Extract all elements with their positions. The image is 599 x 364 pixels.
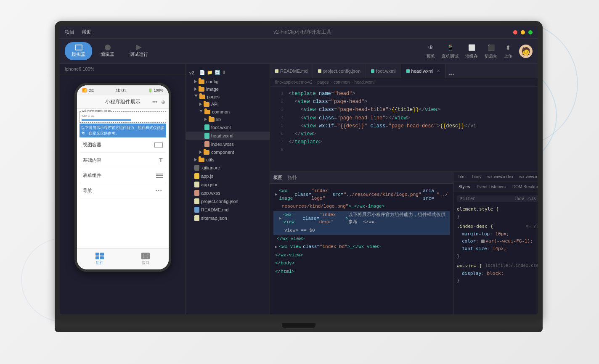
dom-line-8: </body> — [273, 259, 450, 268]
list-item-form[interactable]: 表单组件 — [80, 168, 166, 183]
css-el-html[interactable]: html — [457, 174, 468, 180]
file-item-api[interactable]: API — [186, 100, 270, 108]
editor-tab-head-wxml[interactable]: head.wxml ✕ — [401, 64, 446, 78]
js-icon-app — [194, 173, 199, 179]
file-item-head-wxml[interactable]: head.wxml — [186, 132, 270, 140]
action-cut-backend[interactable]: ⬛ 切后台 — [485, 43, 497, 59]
dom-tab-topology[interactable]: 拓扑 — [288, 174, 297, 181]
file-item-index-wxss[interactable]: index.wxss — [186, 140, 270, 148]
wxss-icon-index — [204, 141, 209, 147]
more-tabs-icon[interactable]: ••• — [445, 72, 458, 78]
folder-icon-utils — [199, 158, 204, 162]
device-info: iphone6 100% — [65, 66, 94, 71]
css-source-2: localfile:/.index.css:2 — [485, 262, 538, 269]
file-item-image[interactable]: image — [186, 85, 270, 93]
action-snapshot[interactable]: ⬜ 清缓存 — [465, 43, 478, 59]
folder-triangle-pages — [194, 95, 198, 99]
dom-arrow-3: ▶ — [279, 216, 281, 222]
minimize-button[interactable] — [521, 30, 525, 34]
selection-bar — [82, 119, 164, 121]
folder-icon-common — [204, 110, 210, 114]
highlight-label: wx-view.index-desc — [82, 109, 111, 113]
list-item-label-0: 视图容器 — [83, 142, 101, 148]
dom-panel-tabs: 概图 拓扑 — [270, 172, 453, 184]
sep-2: › — [351, 80, 353, 84]
action-snapshot-label: 清缓存 — [465, 53, 478, 59]
wxml-file-icon-1 — [371, 69, 374, 73]
css-prop-mt: margin-top: 10px; — [462, 231, 509, 237]
file-item-readme[interactable]: README.md — [186, 206, 270, 214]
main-area: iphone6 100% 📶 IDE 10:01 🔋 100% — [60, 64, 538, 314]
collapse-icon[interactable]: ⬇ — [222, 70, 226, 75]
file-item-pages[interactable]: pages — [186, 93, 270, 100]
css-tab-dom-breakpoints[interactable]: DOM Breakpoints — [511, 184, 538, 190]
file-item-app-wxss[interactable]: app.wxss — [186, 189, 270, 197]
title-bar: 项目 帮助 v2-FinClip小程序开发工具 — [60, 26, 538, 39]
hov-hint[interactable]: :hov — [514, 197, 524, 201]
tab-editor[interactable]: 编辑器 — [94, 42, 121, 60]
css-el-wx-view-hd[interactable]: wx-view.index-hd — [517, 174, 538, 180]
css-close-wx-view: } — [457, 278, 460, 283]
close-tab-icon[interactable]: ✕ — [437, 69, 440, 73]
css-tab-styles[interactable]: Styles — [457, 184, 472, 190]
file-label-head-wxml: head.wxml — [211, 133, 233, 138]
simulate-icon — [75, 45, 82, 50]
cls-hint[interactable]: .cls — [526, 197, 536, 201]
dom-viewer[interactable]: ▶ <wx-image class="index-logo" src="../r… — [270, 184, 453, 314]
dom-attr-cls: class= — [302, 215, 319, 223]
menu-item-project[interactable]: 项目 — [65, 29, 75, 36]
tab-test[interactable]: 测试运行 — [123, 42, 155, 60]
css-tab-event-listeners[interactable]: Event Listeners — [475, 184, 507, 190]
list-item-view-container[interactable]: 视图容器 — [80, 137, 166, 153]
editor-tab-readme[interactable]: README.md — [270, 64, 313, 78]
css-el-body[interactable]: body — [471, 174, 483, 180]
upload-icon: ⬆ — [504, 43, 512, 52]
file-item-project-json[interactable]: project.config.json — [186, 197, 270, 206]
toolbar: 模拟器 编辑器 测试运行 — [60, 39, 538, 64]
wxss-icon-app — [194, 190, 199, 196]
file-item-component[interactable]: component — [186, 148, 270, 156]
file-item-app-json[interactable]: app.json — [186, 180, 270, 189]
list-item-basic-content[interactable]: 基础内容 T — [80, 153, 166, 168]
file-item-config[interactable]: config — [186, 78, 270, 85]
dom-tab-outline[interactable]: 概图 — [273, 174, 283, 181]
signal-icon: 📶 IDE — [82, 88, 94, 92]
css-rule-element-style: element.style { } — [457, 206, 538, 220]
action-real-device[interactable]: 📱 真机调试 — [442, 43, 459, 59]
menu-item-help[interactable]: 帮助 — [82, 29, 92, 36]
file-item-sitemap[interactable]: sitemap.json — [186, 214, 270, 222]
code-editor-content[interactable]: 1 <template name="head"> 2 <view class="… — [270, 87, 538, 171]
new-file-icon[interactable]: 📄 — [199, 70, 205, 75]
css-el-wx-view-index[interactable]: wx-view.index — [486, 174, 515, 180]
file-item-foot-wxml[interactable]: foot.wxml — [186, 123, 270, 132]
css-close-index: } — [457, 253, 460, 259]
editor-tab-foot-wxml[interactable]: foot.wxml — [366, 64, 401, 78]
file-icon-gitignore — [194, 165, 199, 171]
user-avatar[interactable]: 🧑 — [519, 45, 533, 58]
tab-simulate[interactable]: 模拟器 — [65, 42, 92, 60]
list-item-nav[interactable]: 导航 ••• — [80, 183, 166, 198]
wxml-file-icon-2 — [406, 69, 410, 73]
folder-label-image: image — [206, 87, 219, 92]
action-upload[interactable]: ⬆ 上传 — [504, 43, 512, 59]
file-item-lib[interactable]: lib — [186, 116, 270, 123]
file-item-common[interactable]: common — [186, 108, 270, 116]
css-filter-input[interactable] — [477, 196, 511, 201]
refresh-icon[interactable]: 🔄 — [215, 70, 220, 75]
nav-item-api[interactable]: 接口 — [123, 253, 169, 266]
battery-icon: 🔋 100% — [148, 88, 164, 92]
file-item-app-js[interactable]: app.js — [186, 172, 270, 180]
toolbar-left: 模拟器 编辑器 测试运行 — [65, 42, 155, 60]
action-upload-label: 上传 — [504, 53, 512, 59]
nav-item-components[interactable]: 组件 — [77, 253, 123, 266]
action-preview[interactable]: 👁 预览 — [427, 43, 435, 59]
dom-line-3: ▶ <wx-view class="index-desc">以下将展示小程序官方… — [273, 211, 450, 227]
dom-val-4: resources/kind/logo.png" — [282, 203, 348, 211]
dom-val-cls: "index-desc" — [319, 211, 346, 226]
close-button[interactable] — [513, 30, 517, 34]
file-item-gitignore[interactable]: .gitignore — [186, 164, 270, 172]
editor-tab-project-json[interactable]: project.config.json — [313, 64, 366, 78]
file-item-utils[interactable]: utils — [186, 156, 270, 164]
new-folder-icon[interactable]: 📁 — [207, 70, 213, 75]
maximize-button[interactable] — [528, 30, 533, 34]
